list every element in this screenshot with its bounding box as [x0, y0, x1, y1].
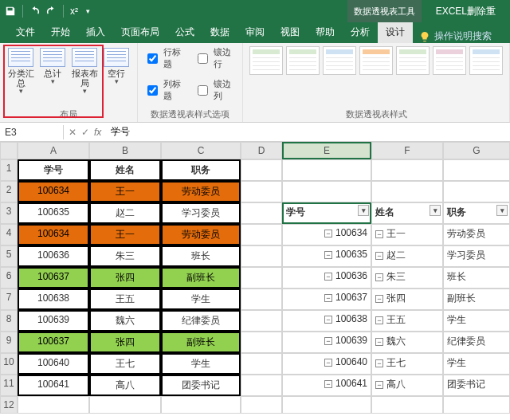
cell-name[interactable]: 王五 — [89, 289, 161, 310]
cell-id[interactable]: 100637 — [18, 267, 89, 289]
table-header-post[interactable]: 职务 — [161, 159, 241, 181]
col-header[interactable]: A — [18, 142, 89, 159]
cell[interactable] — [282, 181, 371, 202]
collapse-icon[interactable]: − — [375, 359, 383, 367]
collapse-icon[interactable]: − — [375, 273, 383, 281]
pivot-row-id[interactable]: −100635 — [282, 245, 371, 267]
pivot-row-post[interactable]: 学生 — [443, 353, 510, 375]
table-header-id[interactable]: 学号 — [18, 159, 89, 181]
cell-name[interactable]: 魏六 — [89, 310, 161, 332]
cell[interactable] — [241, 289, 282, 310]
fx-icon[interactable]: fx — [94, 127, 101, 138]
pivot-style-thumb[interactable] — [359, 46, 393, 75]
pivot-row-post[interactable]: 纪律委员 — [443, 332, 510, 353]
tab-home[interactable]: 开始 — [43, 22, 78, 43]
pivot-row-name[interactable]: −赵二 — [371, 245, 443, 267]
enter-icon[interactable]: ✓ — [81, 127, 89, 138]
pivot-row-id[interactable]: −100636 — [282, 267, 371, 289]
col-header[interactable]: C — [161, 142, 241, 159]
col-headers-checkbox[interactable]: 列标题 — [144, 78, 186, 102]
col-header[interactable]: D — [241, 142, 282, 159]
cell-name[interactable]: 张四 — [89, 332, 161, 353]
reportlayout-button[interactable]: 报表布局 — [70, 46, 99, 97]
superscript-icon[interactable]: x² — [70, 6, 81, 17]
cell-post[interactable]: 学生 — [161, 289, 241, 310]
save-icon[interactable] — [5, 6, 16, 17]
select-all-corner[interactable] — [0, 142, 18, 159]
collapse-icon[interactable]: − — [324, 316, 332, 324]
collapse-icon[interactable]: − — [324, 230, 332, 237]
col-header[interactable]: F — [371, 142, 443, 159]
cell[interactable] — [241, 202, 282, 224]
qat-dropdown-icon[interactable]: ▾ — [86, 7, 90, 15]
pivot-style-thumb[interactable] — [249, 46, 283, 75]
collapse-icon[interactable]: − — [324, 359, 332, 367]
pivot-style-thumb[interactable] — [323, 46, 356, 75]
collapse-icon[interactable]: − — [375, 338, 383, 346]
row-header[interactable]: 4 — [0, 224, 18, 245]
row-header[interactable]: 12 — [0, 396, 18, 414]
row-header[interactable]: 10 — [0, 353, 18, 375]
tab-pagelayout[interactable]: 页面布局 — [113, 22, 167, 43]
row-header[interactable]: 1 — [0, 159, 18, 181]
cell[interactable] — [241, 181, 282, 202]
cell-name[interactable]: 王一 — [89, 181, 161, 202]
tab-data[interactable]: 数据 — [202, 22, 237, 43]
collapse-icon[interactable]: − — [375, 295, 383, 303]
cell[interactable] — [241, 267, 282, 289]
cell[interactable] — [371, 159, 443, 181]
pivot-row-id[interactable]: −100634 — [282, 224, 371, 245]
collapse-icon[interactable]: − — [375, 316, 383, 324]
pivot-row-name[interactable]: −王一 — [371, 224, 443, 245]
pivot-row-post[interactable]: 学生 — [443, 310, 510, 332]
pivot-style-thumb[interactable] — [286, 46, 320, 75]
undo-icon[interactable] — [29, 6, 41, 17]
name-box[interactable]: E3 — [0, 125, 64, 139]
cell[interactable] — [89, 396, 161, 414]
tab-view[interactable]: 视图 — [273, 22, 308, 43]
tell-me[interactable]: 操作说明搜索 — [413, 29, 492, 43]
row-headers-checkbox[interactable]: 行标题 — [144, 46, 186, 70]
pivot-style-thumb[interactable] — [396, 46, 430, 75]
row-header[interactable]: 2 — [0, 181, 18, 202]
pivot-row-post[interactable]: 学习委员 — [443, 245, 510, 267]
cell[interactable] — [241, 224, 282, 245]
cell[interactable] — [443, 159, 510, 181]
cell[interactable] — [241, 245, 282, 267]
cell-post[interactable]: 劳动委员 — [161, 224, 241, 245]
pivot-row-id[interactable]: −100640 — [282, 353, 371, 375]
collapse-icon[interactable]: − — [324, 251, 332, 259]
pivot-row-id[interactable]: −100639 — [282, 332, 371, 353]
cell-name[interactable]: 赵二 — [89, 202, 161, 224]
pivot-row-id[interactable]: −100637 — [282, 289, 371, 310]
pivot-field-id[interactable]: 学号▾ — [282, 202, 371, 224]
cell[interactable] — [161, 396, 241, 414]
cell-id[interactable]: 100640 — [18, 353, 89, 375]
collapse-icon[interactable]: − — [324, 337, 332, 345]
cell-id[interactable]: 100637 — [18, 332, 89, 353]
cell-id[interactable]: 100639 — [18, 310, 89, 332]
pivot-row-name[interactable]: −魏六 — [371, 332, 443, 353]
tab-analyze[interactable]: 分析 — [343, 22, 378, 43]
cell[interactable] — [371, 396, 443, 414]
row-header[interactable]: 5 — [0, 245, 18, 267]
cell[interactable] — [241, 159, 282, 181]
pivot-row-id[interactable]: −100641 — [282, 375, 371, 396]
tab-insert[interactable]: 插入 — [78, 22, 113, 43]
pivot-field-name[interactable]: 姓名▾ — [371, 202, 443, 224]
cell-post[interactable]: 学习委员 — [161, 202, 241, 224]
collapse-icon[interactable]: − — [324, 294, 332, 302]
tab-help[interactable]: 帮助 — [308, 22, 343, 43]
cell-id[interactable]: 100641 — [18, 375, 89, 396]
col-header[interactable]: E — [282, 142, 371, 159]
grandtotals-button[interactable]: 总计 — [38, 46, 67, 97]
col-header[interactable]: B — [89, 142, 161, 159]
pivot-row-post[interactable]: 团委书记 — [443, 375, 510, 396]
cell-id[interactable]: 100634 — [18, 181, 89, 202]
pivot-row-name[interactable]: −王五 — [371, 310, 443, 332]
row-header[interactable]: 3 — [0, 202, 18, 224]
cell[interactable] — [241, 353, 282, 375]
col-header[interactable]: G — [443, 142, 510, 159]
pivot-style-thumb[interactable] — [433, 46, 466, 75]
tab-design[interactable]: 设计 — [378, 22, 413, 43]
